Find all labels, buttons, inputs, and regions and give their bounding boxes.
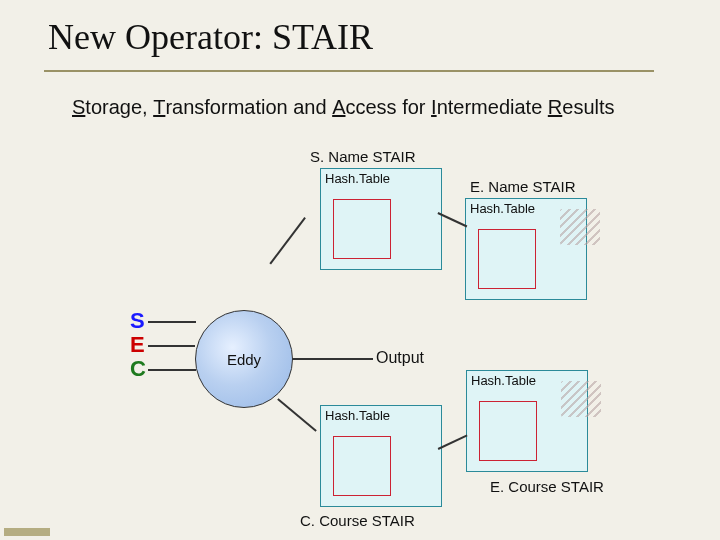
line-c-to-eddy — [148, 369, 196, 371]
subtitle-s: S — [72, 96, 85, 119]
subtitle-rest5: esults — [562, 96, 614, 118]
source-c: C — [130, 356, 146, 382]
line-eddy-to-sname — [269, 217, 305, 264]
stair-e-course-hatch — [561, 381, 601, 417]
subtitle-rest3: ccess for — [346, 96, 432, 118]
stair-c-course-box: Hash.Table — [320, 405, 442, 507]
stair-e-name-hatch — [560, 209, 600, 245]
line-sname-to-ename — [438, 212, 468, 227]
title-underline — [44, 70, 654, 72]
stair-c-course-hash: Hash.Table — [321, 406, 441, 423]
subtitle-t: T — [153, 96, 165, 119]
line-ccourse-to-ecourse — [438, 435, 468, 450]
stair-c-course-inner — [333, 436, 391, 496]
stair-e-name-inner — [478, 229, 536, 289]
eddy-label: Eddy — [227, 351, 261, 368]
line-s-to-eddy — [148, 321, 196, 323]
stair-s-name-inner — [333, 199, 391, 259]
page-title: New Operator: STAIR — [48, 16, 373, 58]
subtitle-r: R — [548, 96, 562, 119]
stair-e-course-box: Hash.Table — [466, 370, 588, 472]
stair-e-name-caption: E. Name STAIR — [470, 178, 576, 195]
eddy-node: Eddy — [195, 310, 293, 408]
line-eddy-to-ccourse — [278, 398, 317, 431]
subtitle-rest4: ntermediate — [437, 96, 548, 118]
source-e: E — [130, 332, 145, 358]
stair-e-course-caption: E. Course STAIR — [490, 478, 604, 495]
line-eddy-to-output — [291, 358, 373, 360]
acronym-subtitle: Storage, Transformation and Access for I… — [72, 96, 615, 119]
stair-c-course-caption: C. Course STAIR — [300, 512, 415, 529]
subtitle-rest1: torage, — [85, 96, 153, 118]
stair-e-course-inner — [479, 401, 537, 461]
footer-accent — [4, 528, 50, 536]
subtitle-a: A — [332, 96, 345, 119]
source-s: S — [130, 308, 145, 334]
stair-s-name-caption: S. Name STAIR — [310, 148, 416, 165]
subtitle-rest2: ransformation and — [165, 96, 332, 118]
stair-e-name-box: Hash.Table — [465, 198, 587, 300]
output-label: Output — [376, 349, 424, 367]
stair-s-name-box: Hash.Table — [320, 168, 442, 270]
stair-s-name-hash: Hash.Table — [321, 169, 441, 186]
line-e-to-eddy — [148, 345, 195, 347]
